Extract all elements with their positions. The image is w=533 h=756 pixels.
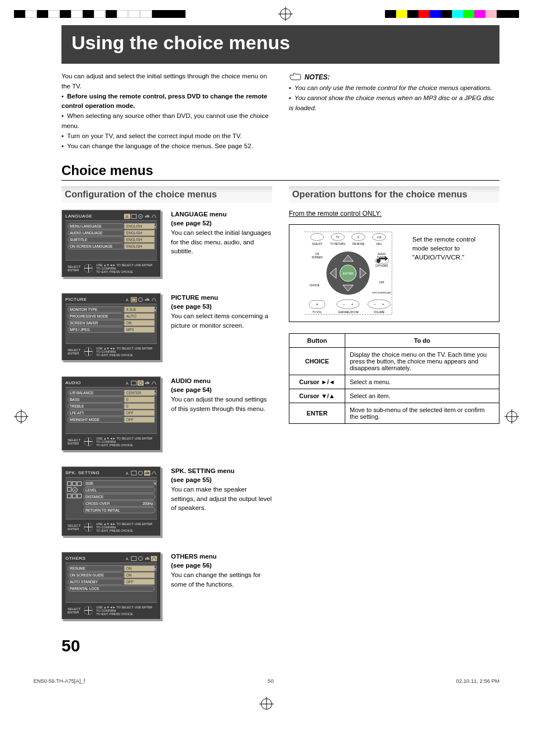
row-key: AUDIO LANGUAGE (68, 230, 125, 236)
table-row: Cursor ▼/▲ Select an item. (289, 389, 499, 403)
menu-description: AUDIO menu (see page 54) You can adjust … (171, 376, 272, 451)
row-val: OFF (124, 579, 155, 585)
right-column: Operation buttons for the choice menus F… (289, 186, 499, 655)
row-key: LEVEL (85, 488, 97, 492)
desc-sub: (see page 54) (171, 386, 212, 393)
svg-rect-16 (131, 381, 136, 385)
th-todo: To do (345, 333, 499, 347)
footer-dpad-icon (84, 523, 93, 532)
remote-hint-text: Set the remote control mode selector to … (407, 225, 499, 322)
btn-enter: ENTER (343, 272, 354, 275)
footer-pagenum: 50 (85, 678, 456, 684)
cell-button: Cursor ►/◄ (289, 375, 345, 389)
notes-label: NOTES: (304, 73, 330, 81)
from-remote-label: From the remote control ONLY: (289, 210, 499, 218)
cursor-hand-icon: ☟ (153, 306, 157, 314)
menu-screenshot: PICTURE A ☟ MONITOR TYPE4:3LB PROGRESSIV… (61, 293, 161, 361)
svg-text:+: + (382, 302, 384, 306)
svg-rect-28 (148, 472, 149, 474)
desc-sub: (see page 53) (171, 303, 212, 310)
footer-hint: USE ▲▼◄► TO SELECT. USE ENTER TO CONFIRM… (96, 347, 155, 357)
svg-rect-33 (147, 557, 148, 560)
row-val: OFF (124, 417, 155, 423)
svg-point-24 (139, 471, 142, 475)
footer-hint: USE ▲▼◄► TO SELECT. USE ENTER TO CONFIRM… (96, 437, 155, 447)
intro-bullets: Before using the remote control, press D… (61, 92, 272, 152)
row-key: BASS (68, 396, 125, 403)
cell-button: ENTER (289, 403, 345, 423)
svg-point-11 (139, 297, 142, 301)
notes-list: You can only use the remote control for … (289, 83, 499, 113)
svg-point-36 (311, 233, 324, 240)
row-key: PROGRESSIVE MODE (68, 313, 125, 319)
menu-description: OTHERS menu (see page 56) You can change… (171, 552, 272, 620)
svg-point-4 (140, 216, 141, 217)
footer-enter: ENTER (68, 268, 80, 272)
footer-enter: ENTER (68, 527, 80, 531)
desc-body: You can make the speaker settings, and a… (171, 486, 272, 511)
svg-rect-21 (148, 382, 149, 384)
menu-rows: ☟ MENU LANGUAGEENGLISH AUDIO LANGUAGEENG… (65, 220, 157, 260)
cursor-hand-icon: ☟ (153, 223, 157, 230)
row-val: 200Hz (142, 502, 153, 505)
footer-date: 02.10.11, 2:56 PM (456, 678, 499, 684)
menu-description: SPK. SETTING menu (see page 55) You can … (171, 466, 272, 536)
row-key: TREBLE (68, 403, 125, 409)
row-val: ENGLISH (124, 243, 155, 249)
menu-description: PICTURE menu (see page 53) You can selec… (171, 293, 272, 361)
bullet-text: Before using the remote control, press D… (61, 93, 268, 110)
svg-rect-26 (145, 472, 146, 474)
footer-select: SELECT (68, 524, 80, 527)
lbl-prosurround: PRO.SURROUND (372, 291, 391, 294)
footer-dpad-icon (84, 264, 93, 273)
spk-list: SIZE LEVEL DISTANCE CROSS OVER200Hz RETU… (83, 480, 155, 514)
cell-todo: Move to sub-menu of the selected item or… (345, 403, 499, 423)
desc-title: AUDIO menu (171, 377, 211, 384)
cell-button: Cursor ▼/▲ (289, 389, 345, 403)
speaker-layout-icon: 🔊 (67, 480, 82, 514)
menu-footer: SELECTENTER USE ▲▼◄► TO SELECT. USE ENTE… (65, 519, 157, 536)
desc-sub: (see page 55) (171, 476, 212, 483)
row-key: SUBTITLE (68, 237, 125, 243)
svg-rect-14 (148, 299, 149, 301)
subsection-right: Operation buttons for the choice menus (289, 186, 499, 203)
color-bar-right (385, 10, 519, 18)
row-key: CROSS OVER (85, 502, 110, 505)
th-button: Button (289, 333, 345, 347)
footer-dpad-icon (84, 347, 93, 356)
desc-sub: (see page 52) (171, 220, 212, 226)
row-key: DISTANCE (85, 495, 103, 499)
intro-paragraph: You can adjust and select the initial se… (61, 72, 272, 92)
footer-enter: ENTER (68, 352, 80, 355)
row-val: MP3 (124, 327, 155, 333)
svg-text:A: A (126, 380, 129, 385)
cell-todo: Display the choice menu on the TV. Each … (345, 347, 499, 375)
top-registration-row (0, 0, 533, 25)
intro-columns: You can adjust and select the initial se… (61, 72, 499, 152)
row-key: ON SCREEN GUIDE (68, 572, 125, 578)
desc-body: You can change the settings for some of … (171, 571, 261, 588)
svg-text:+: + (316, 301, 318, 306)
lbl-onscreen: ONSCREEN (312, 253, 322, 259)
menu-footer: SELECTENTER USE ▲▼◄► TO SELECT. USE ENTE… (65, 260, 157, 277)
bullet: You can change the language of the choic… (61, 141, 272, 152)
menu-title: OTHERS (65, 556, 85, 561)
registration-mark-bottom (261, 698, 272, 710)
row-key: LFE ATT. (68, 410, 125, 416)
note-item: You cannot show the choice menus when an… (289, 93, 499, 114)
lbl-fmmode: FM MODE (353, 242, 365, 245)
lbl-tvreturn: TV RETURN (330, 242, 345, 245)
menu-block-language: LANGUAGE A ☟ MENU LANGUAGEENGLISH AUDIO … (61, 210, 272, 277)
desc-title: LANGUAGE menu (171, 211, 227, 218)
button-table: Button To do CHOICE Display the choice m… (289, 333, 499, 424)
footer-select: SELECT (68, 607, 80, 611)
menu-rows: ☟ 🔊 SIZE LEVEL DISTANCE CRO (65, 477, 157, 519)
row-key: L/R BALANCE (68, 390, 125, 396)
btn-0: 0 (358, 235, 359, 238)
intro-left: You can adjust and select the initial se… (61, 72, 272, 152)
menu-rows: ☟ MONITOR TYPE4:3LB PROGRESSIVE MODEAUTO… (65, 304, 157, 343)
menu-footer: SELECTENTER USE ▲▼◄► TO SELECT. USE ENTE… (65, 433, 157, 450)
lbl-volume: VOLUME (374, 310, 384, 313)
cell-todo: Select an item. (345, 389, 499, 403)
row-val: AUTO (124, 313, 155, 319)
